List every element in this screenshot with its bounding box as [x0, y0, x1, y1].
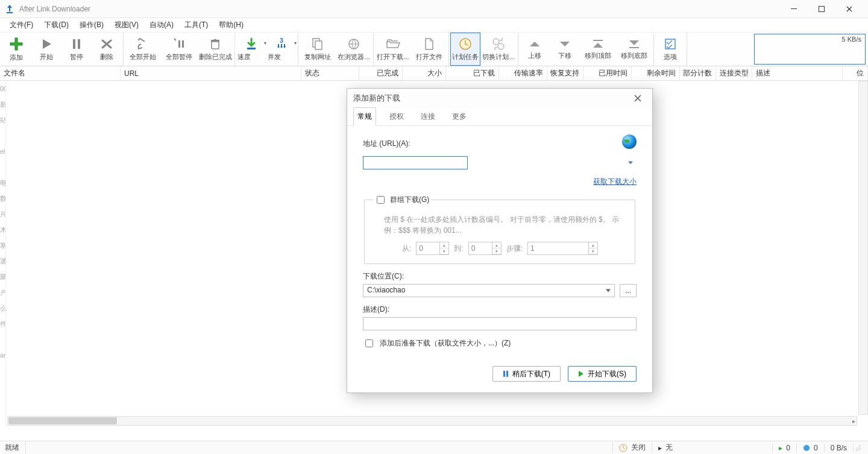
from-spinner[interactable]: ▴▾	[416, 242, 449, 255]
group-download-checkbox[interactable]	[377, 196, 385, 204]
dialog-title: 添加新的下载	[353, 93, 400, 104]
pause-icon	[503, 371, 509, 377]
step-label: 步骤:	[506, 244, 523, 254]
step-spinner[interactable]: ▴▾	[527, 242, 598, 255]
prepare-checkbox[interactable]	[365, 339, 373, 347]
description-label: 描述(D):	[363, 304, 637, 315]
download-later-button[interactable]: 稍后下载(T)	[492, 366, 561, 382]
close-icon	[634, 95, 641, 102]
globe-icon	[622, 134, 637, 149]
dialog-close-button[interactable]	[629, 90, 646, 107]
to-spinner[interactable]: ▴▾	[468, 242, 502, 255]
play-icon	[578, 371, 584, 377]
group-download-fieldset: 群组下载(G) 使用 $ 在一处或多处插入计数器编号。 对于前导零，请使用额外的…	[364, 194, 635, 264]
browse-button[interactable]: ...	[620, 284, 637, 297]
location-label: 下载位置(C):	[363, 271, 637, 282]
location-select[interactable]: C:\xiaochao	[363, 284, 615, 297]
from-label: 从:	[402, 244, 411, 254]
tab-auth[interactable]: 授权	[386, 108, 407, 125]
description-input[interactable]	[363, 317, 637, 330]
prepare-after-add[interactable]: 添加后准备下载（获取文件大小，...）(Z)	[363, 338, 637, 349]
start-download-button[interactable]: 开始下载(S)	[568, 366, 637, 382]
tab-connection[interactable]: 连接	[417, 108, 439, 125]
group-hint: 使用 $ 在一处或多处插入计数器编号。 对于前导零，请使用额外的 $。 示例：$…	[384, 214, 626, 236]
group-download-label: 群组下载(G)	[390, 195, 429, 205]
modal-overlay: 添加新的下载 常规 授权 连接 更多 地址 (URL)(A): 获取下载大小	[0, 0, 868, 454]
dialog-tabs: 常规 授权 连接 更多	[347, 108, 652, 126]
tab-more[interactable]: 更多	[448, 108, 470, 125]
url-input[interactable]	[363, 156, 468, 169]
svg-rect-22	[503, 371, 505, 377]
tab-general[interactable]: 常规	[353, 107, 376, 126]
to-label: 到:	[454, 244, 463, 254]
get-size-link[interactable]: 获取下载大小	[593, 177, 637, 186]
add-download-dialog: 添加新的下载 常规 授权 连接 更多 地址 (URL)(A): 获取下载大小	[347, 88, 653, 393]
svg-rect-23	[506, 371, 508, 377]
url-label: 地址 (URL)(A):	[363, 139, 410, 149]
